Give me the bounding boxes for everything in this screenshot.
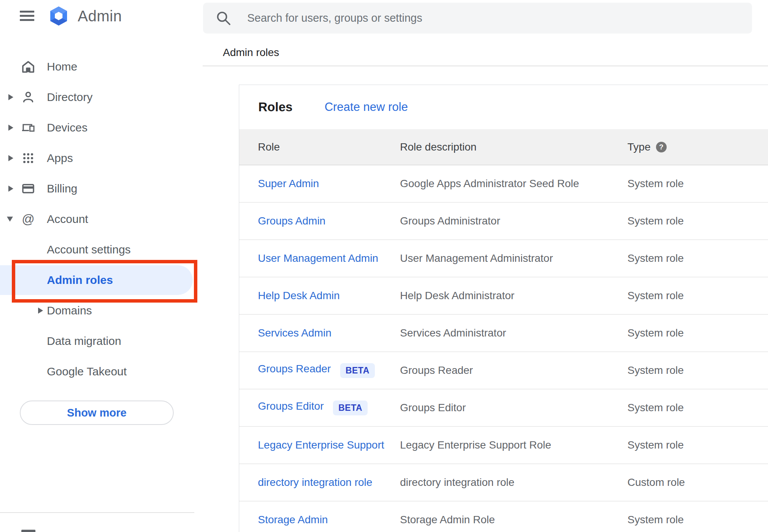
sidebar-item-apps[interactable]: Apps — [0, 143, 202, 173]
app-title: Admin — [78, 8, 122, 25]
roles-title: Roles — [258, 100, 293, 114]
chevron-right-icon — [8, 186, 13, 192]
role-description: Storage Admin Role — [400, 514, 627, 526]
search-icon — [215, 10, 232, 27]
table-row: User Management Admin User Management Ad… — [239, 240, 768, 277]
role-type: System role — [627, 290, 768, 302]
main-content: Admin roles Roles Create new role Role R… — [202, 0, 768, 532]
sidebar-item-google-takeout[interactable]: Google Takeout — [0, 356, 202, 387]
role-type: System role — [627, 252, 768, 264]
sidebar-item-label: Directory — [47, 91, 93, 104]
beta-badge: BETA — [340, 363, 375, 378]
sidebar-divider — [0, 512, 194, 513]
chevron-right-icon — [38, 308, 43, 314]
sidebar-item-billing[interactable]: Billing — [0, 173, 202, 204]
search-input[interactable] — [246, 11, 705, 25]
role-link[interactable]: Groups Editor — [258, 400, 324, 412]
sidebar-item-label: Admin roles — [47, 274, 113, 287]
column-header-type-label: Type — [627, 141, 651, 153]
role-description: Legacy Enterprise Support Role — [400, 439, 627, 451]
table-row: Legacy Enterprise Support Legacy Enterpr… — [239, 427, 768, 464]
role-link[interactable]: Legacy Enterprise Support — [258, 439, 384, 451]
sidebar-item-domains[interactable]: Domains — [0, 295, 202, 326]
search-bar[interactable] — [203, 3, 752, 34]
role-link[interactable]: Groups Admin — [258, 215, 325, 227]
hamburger-menu-icon[interactable] — [20, 11, 34, 22]
chevron-right-icon — [8, 155, 13, 161]
admin-hexagon-logo-icon — [48, 5, 69, 27]
table-row: Super Admin Google Apps Administrator Se… — [239, 165, 768, 203]
person-icon — [21, 90, 35, 104]
role-link[interactable]: Storage Admin — [258, 514, 328, 526]
table-row: directory integration role directory int… — [239, 464, 768, 502]
role-link[interactable]: User Management Admin — [258, 252, 378, 264]
role-link[interactable]: Groups Reader — [258, 363, 331, 375]
sidebar-header: Admin — [0, 0, 202, 34]
sidebar-item-label: Account — [47, 213, 88, 226]
sidebar-item-label: Data migration — [47, 335, 121, 348]
breadcrumb: Admin roles — [223, 46, 279, 59]
column-header-role: Role — [258, 141, 400, 153]
sidebar-item-label: Apps — [47, 152, 73, 165]
role-type: System role — [627, 364, 768, 377]
sidebar: Admin Home Directory — [0, 0, 202, 532]
app-logo: Admin — [48, 5, 122, 27]
role-description: directory integration role — [400, 476, 627, 489]
sidebar-item-directory[interactable]: Directory — [0, 82, 202, 112]
sidebar-item-account-settings[interactable]: Account settings — [0, 234, 202, 265]
sidebar-item-home[interactable]: Home — [0, 51, 202, 82]
sidebar-item-label: Google Takeout — [47, 365, 127, 378]
role-type: System role — [627, 514, 768, 526]
role-link[interactable]: Help Desk Admin — [258, 290, 340, 301]
role-description: Groups Administrator — [400, 215, 627, 227]
sidebar-item-admin-roles[interactable]: Admin roles — [0, 265, 202, 295]
help-icon[interactable]: ? — [656, 142, 667, 152]
role-description: Groups Reader — [400, 364, 627, 377]
column-header-description: Role description — [400, 141, 627, 153]
role-type: System role — [627, 439, 768, 451]
table-row: Storage Admin Storage Admin Role System … — [239, 502, 768, 532]
sidebar-item-label: Home — [47, 60, 77, 73]
table-row: Groups Admin Groups Administrator System… — [239, 203, 768, 240]
chevron-down-icon — [7, 217, 13, 222]
table-row: Services Admin Services Administrator Sy… — [239, 315, 768, 352]
table-row: Groups Editor BETA Groups Editor System … — [239, 389, 768, 427]
table-header-row: Role Role description Type ? — [239, 129, 768, 165]
table-row: Help Desk Admin Help Desk Administrator … — [239, 277, 768, 315]
devices-icon — [21, 121, 35, 135]
role-link[interactable]: Super Admin — [258, 178, 319, 189]
role-type: System role — [627, 215, 768, 227]
chevron-right-icon — [8, 125, 13, 131]
at-sign-icon: @ — [21, 212, 35, 226]
header-divider — [203, 66, 768, 66]
role-link[interactable]: directory integration role — [258, 476, 372, 488]
sidebar-item-devices[interactable]: Devices — [0, 112, 202, 143]
svg-text:@: @ — [22, 212, 35, 226]
sidebar-item-label: Devices — [47, 121, 88, 134]
clipped-bottom-icon — [21, 530, 35, 532]
role-description: Help Desk Administrator — [400, 290, 627, 302]
role-type: System role — [627, 402, 768, 414]
role-type: Custom role — [627, 476, 768, 489]
chevron-right-icon — [8, 94, 13, 100]
sidebar-item-data-migration[interactable]: Data migration — [0, 326, 202, 356]
role-link[interactable]: Services Admin — [258, 327, 331, 339]
role-description: Services Administrator — [400, 327, 627, 339]
role-type: System role — [627, 327, 768, 339]
beta-badge: BETA — [333, 401, 368, 415]
roles-card: Roles Create new role Role Role descript… — [239, 85, 768, 532]
column-header-type: Type ? — [627, 141, 768, 153]
credit-card-icon — [21, 182, 35, 195]
role-description: Groups Editor — [400, 402, 627, 414]
sidebar-item-label: Domains — [47, 304, 92, 317]
role-type: System role — [627, 178, 768, 190]
sidebar-item-label: Billing — [47, 182, 77, 195]
table-row: Groups Reader BETA Groups Reader System … — [239, 352, 768, 389]
create-new-role-link[interactable]: Create new role — [325, 100, 408, 114]
sidebar-item-label: Account settings — [47, 243, 131, 256]
role-description: Google Apps Administrator Seed Role — [400, 178, 627, 190]
sidebar-nav: Home Directory Devices — [0, 34, 202, 387]
sidebar-item-account[interactable]: @ Account — [0, 204, 202, 234]
roles-card-header: Roles Create new role — [239, 85, 768, 129]
show-more-button[interactable]: Show more — [20, 401, 174, 425]
